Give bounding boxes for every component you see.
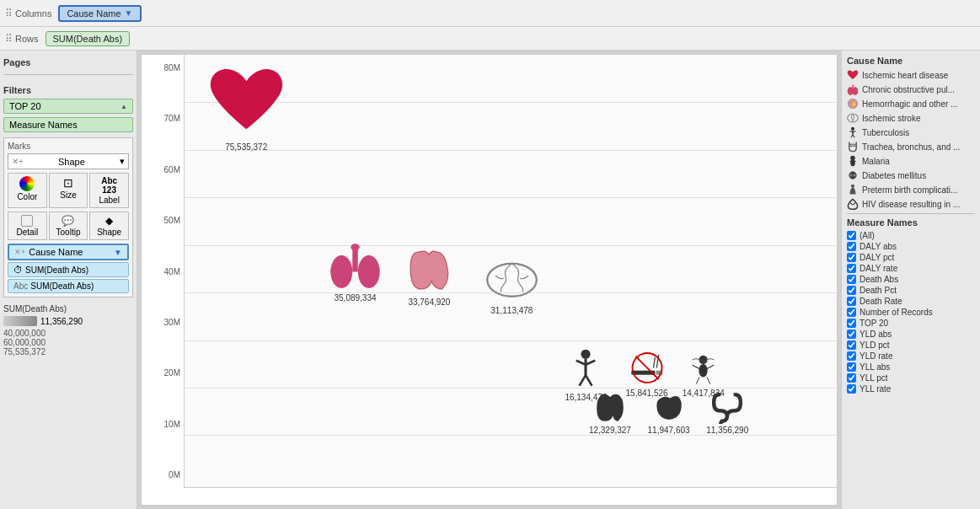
measure-checkbox-13[interactable] — [847, 373, 856, 383]
measure-label-6: Death Rate — [860, 297, 902, 306]
measure-item-10: YLD pct — [847, 340, 975, 350]
lungs-svg — [328, 241, 383, 292]
detail-button[interactable]: Detail — [8, 212, 47, 240]
measure-checkbox-1[interactable] — [847, 242, 856, 251]
heart-svg — [206, 63, 287, 139]
legend-diabetes: Diabetes mellitus — [847, 169, 975, 181]
measure-item-9: YLD abs — [847, 330, 975, 339]
brain-value: 31,113,478 — [478, 306, 545, 315]
measure-checkbox-5[interactable] — [847, 286, 856, 295]
measure-names-legend-title: Measure Names — [847, 217, 975, 228]
icon-organ: 12,329,327 — [589, 392, 631, 435]
measure-item-3: DALY rate — [847, 264, 975, 273]
cause-name-legend-title: Cause Name — [847, 56, 975, 66]
measure-item-11: YLD rate — [847, 351, 975, 361]
sum-pill-2[interactable]: Abc SUM(Death Abs) — [8, 279, 129, 293]
measure-checkbox-7[interactable] — [847, 308, 856, 317]
svg-point-1 — [358, 255, 380, 288]
measure-checkbox-6[interactable] — [847, 297, 856, 306]
icon-hemorrhagic: 33,764,920 — [399, 245, 458, 307]
legend-label-ischemic-heart: Ischemic heart disease — [862, 71, 948, 80]
marks-section: Marks ✕+ Shape ▾ Color ⊡ Size — [3, 137, 133, 297]
svg-line-8 — [576, 361, 586, 365]
svg-point-46 — [851, 185, 854, 188]
right-panel: Cause Name Ischemic heart disease Chroni… — [841, 51, 980, 509]
person-svg — [569, 349, 602, 391]
top20-filter[interactable]: TOP 20 — [3, 99, 133, 114]
legend-label-preterm: Preterm birth complicati... — [862, 185, 957, 195]
shape-dropdown[interactable]: ✕+ Shape ▾ — [8, 153, 129, 169]
y-axis: 80M 70M 60M 50M 40M 30M 20M 10M 0M — [142, 55, 184, 488]
malaria-legend-icon — [847, 155, 859, 167]
measure-checkbox-14[interactable] — [847, 384, 856, 394]
measure-label-4: Death Abs — [860, 275, 898, 284]
measure-checkbox-4[interactable] — [847, 275, 856, 284]
legend-ischemic-stroke: Ischemic stroke — [847, 112, 975, 124]
icon-smoking: 15,841,526 — [622, 349, 672, 398]
measure-checkbox-12[interactable] — [847, 362, 856, 372]
smoking-svg — [626, 349, 668, 387]
measure-names-filter[interactable]: Measure Names — [3, 117, 133, 132]
measure-checkbox-0[interactable] — [847, 231, 856, 240]
measure-checkbox-3[interactable] — [847, 264, 856, 273]
measure-label-3: DALY rate — [860, 264, 897, 273]
intestine-svg — [711, 392, 743, 424]
measure-item-0: (All) — [847, 231, 975, 240]
measure-item-1: DALY abs — [847, 242, 975, 251]
measure-checkbox-10[interactable] — [847, 340, 856, 350]
svg-point-40 — [850, 156, 855, 161]
legend-ischemic-heart: Ischemic heart disease — [847, 69, 975, 81]
measure-item-8: TOP 20 — [847, 319, 975, 328]
icon-intestine: 11,356,290 — [706, 392, 748, 435]
size-section: SUM(Death Abs) 11,356,290 40,000,000 60,… — [3, 304, 133, 356]
size-val-2: 40,000,000 — [3, 329, 133, 338]
sum-death-abs-pill[interactable]: SUM(Death Abs) — [46, 31, 131, 46]
size-section-title: SUM(Death Abs) — [3, 304, 133, 313]
abc-icon: Abc — [13, 281, 28, 291]
sum-pill-1[interactable]: ⏱ SUM(Death Abs) — [8, 262, 129, 277]
icon-stomach: 11,947,603 — [648, 392, 690, 435]
svg-line-35 — [851, 135, 853, 138]
dropdown-arrow: ▾ — [120, 156, 125, 167]
grid-line-50m — [185, 245, 837, 246]
legend-label-hiv: HIV disease resulting in ... — [862, 200, 960, 209]
brain-svg — [485, 258, 539, 304]
clock-icon: ⏱ — [13, 265, 23, 275]
label-button[interactable]: Abc123 Label — [89, 173, 129, 208]
columns-label: ⠿ Columns — [5, 8, 51, 19]
color-button[interactable]: Color — [8, 173, 47, 208]
heart-legend-icon — [847, 69, 859, 81]
legend-preterm: Preterm birth complicati... — [847, 184, 975, 196]
cause-name-mark-pill[interactable]: ✕+ Cause Name ▼ — [8, 244, 129, 260]
tooltip-button[interactable]: 💬 Tooltip — [49, 212, 88, 240]
measure-checkbox-2[interactable] — [847, 253, 856, 262]
shape-button[interactable]: ◆ Shape — [89, 212, 129, 240]
svg-line-14 — [653, 357, 655, 368]
cause-name-pill[interactable]: Cause Name ▼ — [58, 5, 141, 22]
size-button[interactable]: ⊡ Size — [49, 173, 88, 208]
measure-item-7: Number of Records — [847, 308, 975, 317]
measure-label-8: TOP 20 — [860, 319, 888, 328]
measure-checkbox-8[interactable] — [847, 319, 856, 328]
measure-item-6: Death Rate — [847, 297, 975, 306]
svg-line-11 — [586, 375, 592, 386]
measure-item-2: DALY pct — [847, 253, 975, 262]
icon-brain: 31,113,478 — [478, 258, 545, 315]
svg-point-45 — [854, 174, 856, 177]
measure-label-7: Number of Records — [860, 308, 933, 317]
legend-label-tb: Tuberculosis — [862, 128, 909, 137]
hiv-legend-icon — [847, 198, 859, 210]
lungs-value: 35,089,334 — [322, 293, 389, 303]
mosquito-svg — [684, 349, 722, 387]
measure-checkbox-11[interactable] — [847, 351, 856, 361]
measure-checkbox-9[interactable] — [847, 330, 856, 339]
legend-hiv: HIV disease resulting in ... — [847, 198, 975, 210]
grid-line-30m — [185, 340, 837, 341]
preterm-legend-icon — [847, 184, 859, 196]
svg-line-9 — [586, 361, 595, 365]
stomach-svg — [653, 392, 685, 424]
organ-svg — [594, 392, 626, 424]
svg-point-5 — [487, 264, 537, 297]
svg-line-36 — [853, 135, 854, 138]
trachea-legend-icon — [847, 141, 859, 153]
